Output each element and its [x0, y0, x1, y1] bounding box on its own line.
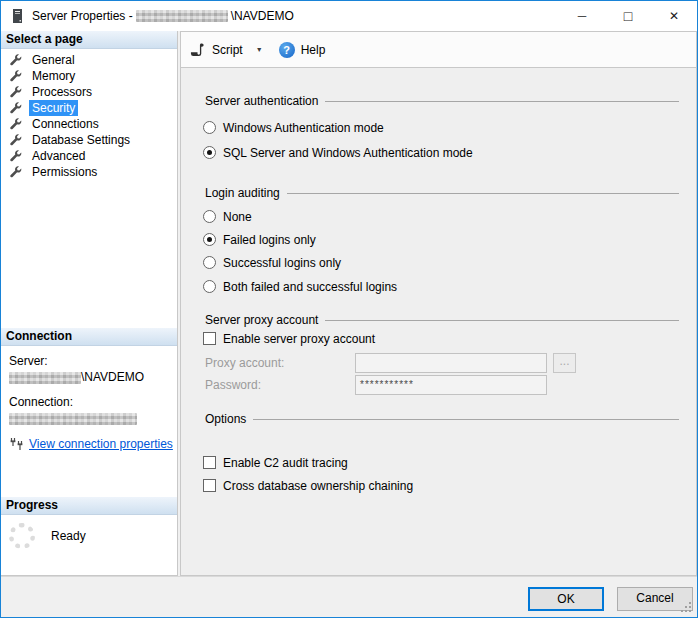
progress-header: Progress — [1, 497, 177, 515]
connection-value — [9, 411, 173, 425]
radio-label: None — [223, 210, 252, 224]
sidebar-item-database-settings[interactable]: Database Settings — [1, 132, 177, 148]
sidebar-item-label: General — [29, 52, 78, 68]
checkbox-label: Enable C2 audit tracing — [223, 456, 348, 470]
sidebar-item-label: Connections — [29, 116, 102, 132]
wrench-icon — [9, 54, 22, 67]
radio-icon-selected[interactable] — [203, 233, 216, 246]
progress-panel: Progress Ready — [1, 497, 177, 549]
help-button[interactable]: ? Help — [279, 42, 326, 58]
group-title: Options — [205, 412, 246, 426]
password-label: Password: — [205, 378, 261, 392]
window-title: Server Properties - \NAVDEMO — [32, 9, 294, 23]
sidebar: Select a page General Memory Processors … — [1, 31, 178, 576]
wrench-icon — [9, 166, 22, 179]
sidebar-item-label: Permissions — [29, 164, 100, 180]
sidebar-item-security[interactable]: Security — [1, 100, 177, 116]
sidebar-item-label: Database Settings — [29, 132, 133, 148]
help-label: Help — [301, 43, 326, 57]
proxy-account-label: Proxy account: — [205, 356, 284, 370]
checkbox-cross-db-ownership[interactable]: Cross database ownership chaining — [203, 478, 413, 493]
sidebar-item-label: Security — [29, 100, 78, 116]
server-icon — [10, 8, 24, 24]
resize-grip[interactable] — [681, 602, 692, 613]
sidebar-item-processors[interactable]: Processors — [1, 84, 177, 100]
redacted-server-name — [136, 10, 228, 22]
server-label: Server: — [9, 354, 173, 368]
wrench-icon — [9, 150, 22, 163]
window-title-suffix: \NAVDEMO — [231, 9, 294, 23]
radio-failed-logins-only[interactable]: Failed logins only — [203, 232, 316, 247]
sidebar-item-memory[interactable]: Memory — [1, 68, 177, 84]
select-a-page-header: Select a page — [1, 31, 177, 49]
checkbox-icon[interactable] — [203, 479, 216, 492]
maximize-button[interactable]: □ — [605, 1, 651, 31]
security-page-content: Server authentication Windows Authentica… — [180, 68, 697, 576]
view-connection-properties-link[interactable]: View connection properties — [29, 437, 173, 451]
progress-spinner-icon — [9, 523, 35, 549]
radio-label: Both failed and successful logins — [223, 280, 397, 294]
sidebar-item-permissions[interactable]: Permissions — [1, 164, 177, 180]
connection-panel: Connection Server: \NAVDEMO Connection: — [1, 328, 177, 451]
title-bar: Server Properties - \NAVDEMO ─ □ ✕ — [1, 1, 697, 31]
server-proxy-account-group: Server proxy account — [205, 313, 679, 327]
radio-label: Windows Authentication mode — [223, 121, 384, 135]
wrench-icon — [9, 134, 22, 147]
connection-properties-icon — [9, 437, 23, 451]
radio-label: Failed logins only — [223, 233, 316, 247]
checkbox-label: Enable server proxy account — [223, 332, 375, 346]
toolbar: Script ▼ ? Help — [180, 31, 697, 68]
browse-button: ... — [553, 353, 576, 373]
radio-icon-selected[interactable] — [203, 146, 216, 159]
radio-sql-windows-authentication[interactable]: SQL Server and Windows Authentication mo… — [203, 145, 473, 160]
ok-button[interactable]: OK — [528, 587, 604, 611]
radio-label: SQL Server and Windows Authentication mo… — [223, 146, 473, 160]
chevron-down-icon[interactable]: ▼ — [256, 46, 263, 53]
radio-icon[interactable] — [203, 210, 216, 223]
wrench-icon — [9, 102, 22, 115]
sidebar-item-label: Processors — [29, 84, 95, 100]
help-icon: ? — [279, 42, 295, 58]
radio-both-failed-successful[interactable]: Both failed and successful logins — [203, 279, 397, 294]
login-auditing-group: Login auditing — [205, 186, 679, 200]
connection-label: Connection: — [9, 395, 173, 409]
radio-icon[interactable] — [203, 256, 216, 269]
connection-header: Connection — [1, 328, 177, 346]
window-title-prefix: Server Properties - — [32, 9, 133, 23]
group-title: Server authentication — [205, 94, 318, 108]
script-icon — [190, 42, 205, 57]
checkbox-enable-server-proxy[interactable]: Enable server proxy account — [203, 331, 375, 346]
server-authentication-group: Server authentication — [205, 94, 679, 108]
wrench-icon — [9, 86, 22, 99]
server-value-suffix: \NAVDEMO — [81, 370, 144, 384]
sidebar-item-general[interactable]: General — [1, 52, 177, 68]
group-title: Login auditing — [205, 186, 280, 200]
sidebar-item-label: Memory — [29, 68, 78, 84]
redacted-server-value — [9, 372, 81, 384]
radio-icon[interactable] — [203, 121, 216, 134]
sidebar-item-label: Advanced — [29, 148, 88, 164]
wrench-icon — [9, 118, 22, 131]
page-list: General Memory Processors Security Conne… — [1, 49, 177, 180]
sidebar-item-connections[interactable]: Connections — [1, 116, 177, 132]
window-controls: ─ □ ✕ — [559, 1, 697, 31]
close-button[interactable]: ✕ — [651, 1, 697, 31]
wrench-icon — [9, 70, 22, 83]
checkbox-icon[interactable] — [203, 456, 216, 469]
script-label: Script — [212, 43, 243, 57]
radio-none[interactable]: None — [203, 209, 252, 224]
redacted-connection-value — [9, 413, 137, 425]
checkbox-icon[interactable] — [203, 332, 216, 345]
script-button[interactable]: Script ▼ — [190, 42, 263, 57]
server-value: \NAVDEMO — [9, 370, 173, 384]
sidebar-item-advanced[interactable]: Advanced — [1, 148, 177, 164]
dialog-footer: OK Cancel — [1, 576, 697, 617]
radio-successful-logins-only[interactable]: Successful logins only — [203, 255, 341, 270]
proxy-account-field — [355, 353, 547, 373]
server-properties-dialog: Server Properties - \NAVDEMO ─ □ ✕ Selec… — [0, 0, 698, 618]
radio-windows-authentication[interactable]: Windows Authentication mode — [203, 120, 384, 135]
checkbox-enable-c2-audit[interactable]: Enable C2 audit tracing — [203, 455, 348, 470]
checkbox-label: Cross database ownership chaining — [223, 479, 413, 493]
minimize-button[interactable]: ─ — [559, 1, 605, 31]
radio-icon[interactable] — [203, 280, 216, 293]
